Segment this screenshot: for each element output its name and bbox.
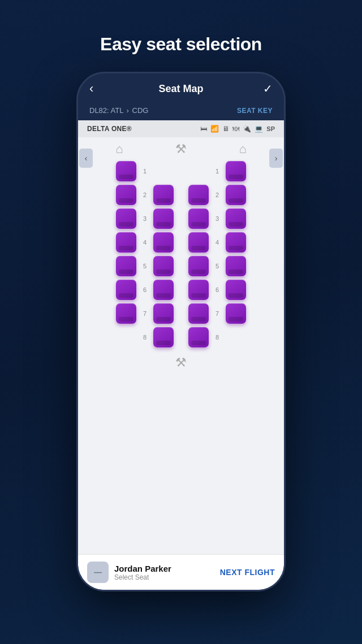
row-num-2: 2: [139, 192, 151, 198]
seat-8C[interactable]: [153, 327, 174, 347]
passenger-status: Select Seat: [114, 573, 171, 581]
nav-bar: ‹ Seat Map ✓: [78, 73, 284, 103]
next-flight-button[interactable]: NEXT FLIGHT: [220, 568, 275, 577]
seat-4A[interactable]: [116, 232, 136, 253]
row-num-3r: 3: [211, 215, 223, 222]
row-num-2r: 2: [211, 192, 223, 198]
seat-4J[interactable]: [226, 232, 246, 253]
seat-7H[interactable]: [188, 303, 209, 324]
seat-6C[interactable]: [153, 280, 174, 300]
row-num-4: 4: [139, 239, 151, 246]
seat-5C[interactable]: [153, 256, 174, 276]
passenger-name: Jordan Parker: [114, 564, 171, 573]
row-num-8: 8: [139, 334, 151, 341]
row-num-8r: 8: [211, 334, 223, 341]
seat-3A[interactable]: [116, 208, 136, 229]
seat-map-container[interactable]: DELTA ONE® 🛏 📶 🖥 🍽 🔌 💻 SP ⌂ ⚒ ⌂: [78, 120, 284, 554]
seat-4H[interactable]: [188, 232, 209, 253]
passenger-details: Jordan Parker Select Seat: [114, 564, 171, 581]
bed-icon: 🛏: [200, 125, 207, 133]
wifi-icon: 📶: [210, 125, 219, 133]
phone-frame: ‹ Seat Map ✓ DL82: ATL › CDG SEAT KEY DE…: [76, 72, 286, 591]
seat-7C[interactable]: [153, 303, 174, 324]
seat-4C[interactable]: [153, 232, 174, 253]
seat-8H[interactable]: [188, 327, 209, 347]
page-title: Easy seat selection: [100, 34, 262, 55]
row-num-1: 1: [139, 168, 151, 175]
row-num-1r: 1: [211, 168, 223, 175]
left-arrow-button[interactable]: ‹: [79, 149, 93, 168]
check-button[interactable]: ✓: [256, 82, 273, 95]
power-icon: 🔌: [243, 125, 251, 133]
amenity-icons: 🛏 📶 🖥 🍽 🔌 💻 SP: [200, 125, 275, 133]
seat-1A[interactable]: [116, 161, 136, 181]
dining-icon-row: ⚒: [78, 351, 284, 375]
seat-3C[interactable]: [153, 208, 174, 229]
row-num-7: 7: [139, 310, 151, 317]
seat-2C[interactable]: [153, 185, 174, 205]
dining-icon: 🍽: [232, 125, 239, 133]
dining-bottom-icon: ⚒: [175, 355, 187, 370]
seat-1J[interactable]: [226, 161, 246, 181]
seat-2A[interactable]: [116, 185, 136, 205]
hanger-left-icon: ⌂: [115, 142, 123, 156]
row-num-7r: 7: [211, 310, 223, 317]
passenger-bar: — Jordan Parker Select Seat NEXT FLIGHT: [78, 554, 284, 590]
table-row: 5 5: [84, 256, 278, 276]
hanger-right-icon: ⌂: [239, 142, 246, 156]
row-num-5r: 5: [211, 263, 223, 269]
passenger-info: — Jordan Parker Select Seat: [87, 562, 171, 583]
seat-key-button[interactable]: SEAT KEY: [237, 107, 273, 115]
right-arrow-button[interactable]: ›: [269, 149, 283, 168]
fork-center-icon: ⚒: [175, 142, 187, 156]
seat-6A[interactable]: [116, 280, 136, 300]
seat-3J[interactable]: [226, 208, 246, 229]
table-row: 3 3: [84, 208, 278, 229]
table-row: 4 4: [84, 232, 278, 253]
seat-6H[interactable]: [188, 280, 209, 300]
seat-5J[interactable]: [226, 256, 246, 276]
sp-label: SP: [266, 125, 275, 132]
seat-2J[interactable]: [226, 185, 246, 205]
flight-bar: DL82: ATL › CDG SEAT KEY: [78, 103, 284, 120]
seat-2H[interactable]: [188, 185, 209, 205]
class-name: DELTA ONE®: [87, 125, 132, 133]
row-num-5: 5: [139, 263, 151, 269]
row-num-6r: 6: [211, 286, 223, 293]
seat-7J[interactable]: [226, 303, 246, 324]
screen-icon: 🖥: [222, 125, 229, 133]
seat-grid: 1 1 2 2: [78, 161, 284, 347]
passenger-avatar: —: [87, 562, 109, 583]
table-row: 8 8: [84, 327, 278, 347]
laptop-icon: 💻: [255, 125, 263, 133]
class-header: DELTA ONE® 🛏 📶 🖥 🍽 🔌 💻 SP: [78, 120, 284, 137]
row-num-6: 6: [139, 286, 151, 293]
table-row: 2 2: [84, 185, 278, 205]
row-num-3: 3: [139, 215, 151, 222]
back-button[interactable]: ‹: [89, 81, 106, 96]
seat-3H[interactable]: [188, 208, 209, 229]
row-num-4r: 4: [211, 239, 223, 246]
service-icons-row: ⌂ ⚒ ⌂: [78, 137, 284, 161]
flight-info: DL82: ATL › CDG: [89, 106, 148, 115]
seat-6J[interactable]: [226, 280, 246, 300]
phone-screen: DELTA ONE® 🛏 📶 🖥 🍽 🔌 💻 SP ⌂ ⚒ ⌂: [78, 120, 284, 590]
table-row: 6 6: [84, 280, 278, 300]
seat-7A[interactable]: [116, 303, 136, 324]
table-row: 1 1: [84, 161, 278, 181]
seat-5A[interactable]: [116, 256, 136, 276]
table-row: 7 7: [84, 303, 278, 324]
nav-title: Seat Map: [158, 83, 203, 95]
seat-5H[interactable]: [188, 256, 209, 276]
